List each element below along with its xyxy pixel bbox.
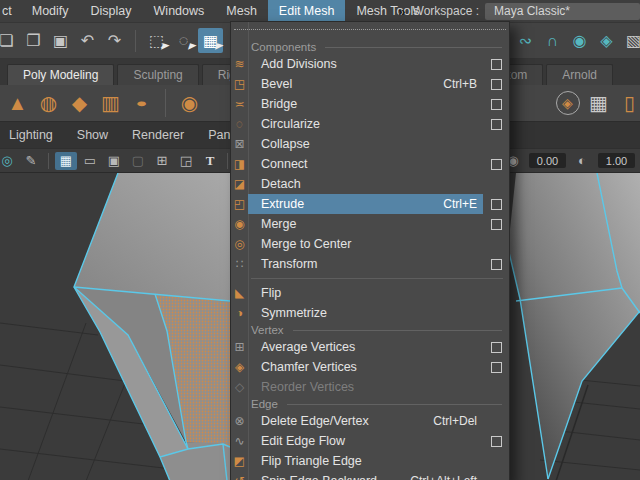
panel-menu-show[interactable]: Show [77, 128, 108, 142]
menu-item-spin-edge-backward[interactable]: ↺Spin Edge BackwardCtrl+Alt+Left [231, 471, 509, 480]
menubar-item-display[interactable]: Display [80, 0, 143, 22]
menu-item-circularize[interactable]: ◌Circularize [231, 114, 509, 134]
contrast-icon[interactable]: ◐ [571, 152, 593, 170]
menu-overflow-chevron-icon[interactable]: » [398, 4, 405, 19]
panel-menu-lighting[interactable]: Lighting [9, 128, 53, 142]
menu-item-chamfer-vertices-option-box[interactable] [491, 362, 502, 373]
poly-cube-icon[interactable]: ◆ [64, 88, 95, 119]
menu-item-delete-edge-vertex[interactable]: ⊗Delete Edge/VertexCtrl+Del [231, 411, 509, 431]
menu-item-collapse[interactable]: ⊠Collapse [231, 134, 509, 154]
toolbar-file-group: ❏❐▣↶↷⬚◤◌◤▦◤ [0, 28, 224, 53]
menu-item-chamfer-vertices[interactable]: ◈Chamfer Vertices [231, 357, 509, 377]
menu-tearoff-handle[interactable] [234, 22, 506, 30]
menu-item-transform[interactable]: ∷Transform [231, 254, 509, 274]
menu-item-circularize-option-box[interactable] [491, 119, 502, 130]
menu-item-symmetrize[interactable]: ◑Symmetrize [231, 303, 509, 323]
collapse-icon: ⊠ [231, 134, 248, 154]
shelf-tab-arnold[interactable]: Arnold [546, 64, 613, 85]
film-gate-icon[interactable]: ▭ [79, 152, 101, 170]
grid-toggle-icon[interactable]: ▦ [55, 152, 77, 170]
exposure-field[interactable]: 0.00 [529, 153, 566, 168]
menu-item-label: Add Divisions [261, 57, 337, 71]
menu-item-label: Transform [261, 257, 318, 271]
main-menubar: ctModifyDisplayWindowsMeshEdit MeshMesh … [0, 0, 640, 22]
circularize-icon: ◌ [231, 114, 248, 134]
menu-item-reorder-vertices[interactable]: ◇Reorder Vertices [231, 377, 509, 397]
poly-pipe-icon[interactable]: ▯ [614, 88, 640, 119]
panel-menu-renderer[interactable]: Renderer [132, 128, 184, 142]
menubar-item-mesh[interactable]: Mesh [215, 0, 268, 22]
poly-disc-icon[interactable]: ● [126, 88, 157, 119]
gate-mask-icon[interactable]: ▢ [127, 152, 149, 170]
menu-item-label: Circularize [261, 117, 320, 131]
menu-item-extrude[interactable]: ◰ExtrudeCtrl+E [231, 194, 509, 214]
connect-icon: ◨ [231, 154, 248, 174]
menubar-item-ct[interactable]: ct [0, 0, 21, 22]
menu-item-extrude-option-box[interactable] [491, 199, 502, 210]
redo-icon[interactable]: ↷ [102, 28, 127, 53]
menu-item-shortcut: Ctrl+Alt+Left [410, 474, 477, 480]
poly-cone-icon[interactable]: ▲ [2, 88, 33, 119]
layout-squares-icon[interactable]: ▦ [583, 88, 614, 119]
make-live-icon[interactable]: ◈ [594, 28, 619, 53]
menu-item-shortcut: Ctrl+Del [433, 414, 477, 428]
safe-action-icon[interactable]: ◲ [175, 152, 197, 170]
new-scene-icon[interactable]: ❏ [0, 28, 19, 53]
menu-item-average-vertices-option-box[interactable] [491, 342, 502, 353]
selection-highlight-icon[interactable]: ◎ [0, 152, 18, 170]
workspace-dropdown[interactable]: Maya Classic* [485, 3, 640, 20]
construction-history-icon[interactable]: ▧ [621, 28, 640, 53]
snap-to-point-icon[interactable]: ∩ [540, 28, 565, 53]
shelf-tab-poly-modeling[interactable]: Poly Modeling [7, 64, 114, 85]
menu-item-shortcut: Ctrl+B [443, 77, 477, 91]
contrast-field[interactable]: 1.00 [598, 153, 635, 168]
menu-item-bridge-option-box[interactable] [491, 99, 502, 110]
average-vertices-icon: ⊞ [231, 337, 248, 357]
object-select-tool-icon[interactable]: ▦◤ [198, 28, 223, 53]
menu-item-label: Extrude [261, 197, 304, 211]
undo-icon[interactable]: ↶ [75, 28, 100, 53]
select-hierarchy-tool-icon[interactable]: ⬚◤ [144, 28, 169, 53]
menu-item-add-divisions[interactable]: ≋Add Divisions [231, 54, 509, 74]
poly-sphere-icon[interactable]: ◉ [174, 88, 205, 119]
safe-title-icon[interactable]: T [199, 152, 221, 170]
menu-item-merge-to-center[interactable]: ◎Merge to Center [231, 234, 509, 254]
stacked-diamonds-icon[interactable]: ◈ [552, 88, 583, 119]
cursor-arrow-icon: ◤ [188, 41, 198, 53]
menu-item-add-divisions-option-box[interactable] [491, 59, 502, 70]
open-scene-icon[interactable]: ❐ [21, 28, 46, 53]
grease-pencil-icon[interactable]: ✎ [20, 152, 42, 170]
menubar-items: ctModifyDisplayWindowsMeshEdit MeshMesh … [0, 0, 430, 22]
snap-to-curve-icon[interactable]: ∾ [513, 28, 538, 53]
menu-item-bevel-option-box[interactable] [491, 79, 502, 90]
menubar-item-windows[interactable]: Windows [143, 0, 216, 22]
lasso-select-tool-icon[interactable]: ◌◤ [171, 28, 196, 53]
field-chart-icon[interactable]: ⊞ [151, 152, 173, 170]
menu-item-transform-option-box[interactable] [491, 259, 502, 270]
extrude-icon: ◰ [231, 194, 248, 214]
save-scene-icon[interactable]: ▣ [48, 28, 73, 53]
menu-item-label: Edit Edge Flow [261, 434, 345, 448]
poly-torus-icon[interactable]: ◍ [33, 88, 64, 119]
snap-to-projected-center-icon[interactable]: ◉ [567, 28, 592, 53]
menu-item-merge-option-box[interactable] [491, 219, 502, 230]
menubar-item-edit-mesh[interactable]: Edit Mesh [268, 0, 346, 22]
menu-item-flip[interactable]: ◣Flip [231, 283, 509, 303]
menu-item-label: Connect [261, 157, 308, 171]
shelf-tab-sculpting[interactable]: Sculpting [117, 64, 198, 85]
menu-item-detach[interactable]: ◪Detach [231, 174, 509, 194]
menu-item-bridge[interactable]: ≍Bridge [231, 94, 509, 114]
viewport-toolbar-left: ◎✎▦▭▣▢⊞◲T◫ [0, 152, 257, 170]
menu-item-merge[interactable]: ◉Merge [231, 214, 509, 234]
menu-item-edit-edge-flow-option-box[interactable] [491, 436, 502, 447]
menu-item-average-vertices[interactable]: ⊞Average Vertices [231, 337, 509, 357]
menubar-item-modify[interactable]: Modify [21, 0, 80, 22]
menu-item-bevel[interactable]: ◳BevelCtrl+B [231, 74, 509, 94]
menu-item-connect[interactable]: ◨Connect [231, 154, 509, 174]
menu-item-connect-option-box[interactable] [491, 159, 502, 170]
menu-item-edit-edge-flow[interactable]: ∿Edit Edge Flow [231, 431, 509, 451]
menu-item-flip-triangle-edge[interactable]: ◩Flip Triangle Edge [231, 451, 509, 471]
resolution-gate-icon[interactable]: ▣ [103, 152, 125, 170]
poly-cylinder-icon[interactable]: ▥ [95, 88, 126, 119]
menu-item-label: Delete Edge/Vertex [261, 414, 369, 428]
